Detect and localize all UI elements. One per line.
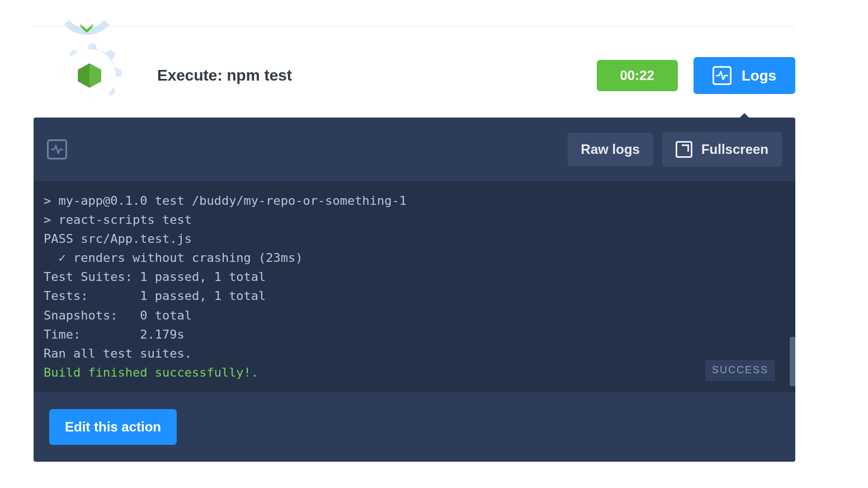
terminal-line: Tests: 1 passed, 1 total (44, 287, 790, 306)
terminal-success-line: Build finished successfully!. (44, 363, 790, 382)
logs-button-label: Logs (742, 67, 776, 85)
terminal-line: PASS src/App.test.js (44, 229, 790, 248)
svg-marker-2 (89, 63, 101, 88)
terminal-line: Time: 2.179s (44, 325, 790, 344)
step-gear-badge (53, 39, 126, 112)
terminal-output[interactable]: > my-app@0.1.0 test /buddy/my-repo-or-so… (34, 181, 795, 392)
terminal-line: Test Suites: 1 passed, 1 total (44, 268, 790, 287)
logs-button[interactable]: Logs (694, 57, 795, 94)
fullscreen-label: Fullscreen (701, 142, 768, 157)
fullscreen-icon (676, 141, 692, 158)
raw-logs-label: Raw logs (581, 142, 640, 157)
duration-badge: 00:22 (597, 60, 678, 91)
terminal-scrollbar[interactable] (790, 337, 795, 386)
terminal-line: Ran all test suites. (44, 344, 790, 363)
step-title: Execute: npm test (157, 67, 597, 85)
terminal-line: Snapshots: 0 total (44, 306, 790, 325)
pipeline-step-row: Execute: npm test 00:22 Logs (34, 34, 795, 123)
log-panel-footer: Edit this action (34, 392, 795, 462)
log-panel-header: Raw logs Fullscreen (34, 118, 795, 181)
edit-action-label: Edit this action (65, 419, 161, 434)
nodejs-icon (75, 61, 104, 90)
terminal-line: > react-scripts test (44, 210, 790, 229)
log-panel: Raw logs Fullscreen > my-app@0.1.0 test … (34, 118, 795, 462)
status-badge: SUCCESS (705, 360, 775, 381)
terminal-line: > my-app@0.1.0 test /buddy/my-repo-or-so… (44, 191, 790, 210)
edit-action-button[interactable]: Edit this action (49, 409, 177, 445)
activity-icon (47, 139, 67, 159)
activity-icon (713, 66, 732, 85)
step-divider (34, 26, 795, 26)
fullscreen-button[interactable]: Fullscreen (662, 132, 782, 167)
raw-logs-button[interactable]: Raw logs (568, 133, 653, 166)
terminal-line: ✓ renders without crashing (23ms) (44, 248, 790, 268)
